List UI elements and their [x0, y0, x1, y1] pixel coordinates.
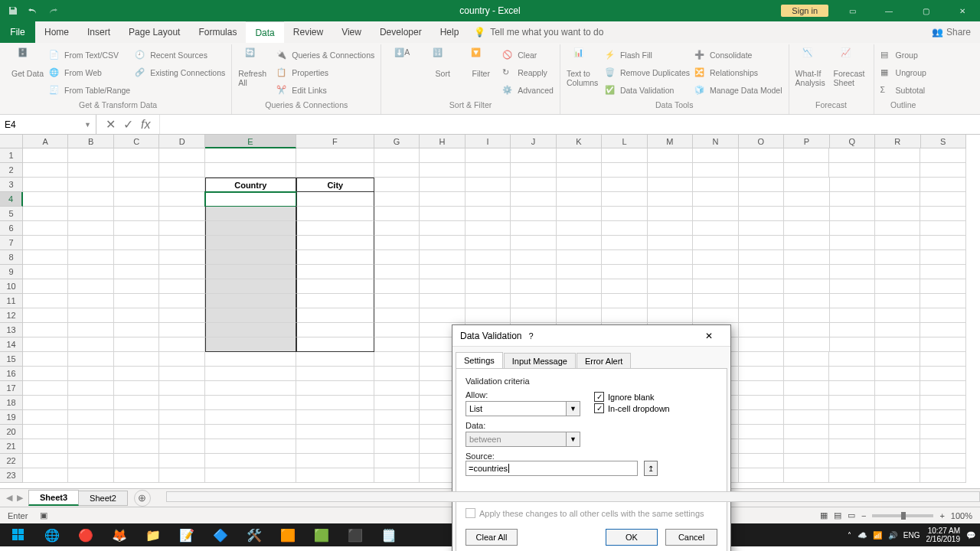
cell-B22[interactable] [68, 454, 113, 468]
cell-J7[interactable] [511, 236, 556, 250]
help-icon[interactable]: ? [522, 331, 541, 341]
cell-R17[interactable] [875, 381, 920, 396]
tab-review[interactable]: Review [284, 21, 332, 43]
cell-A19[interactable] [23, 410, 68, 425]
column-header-S[interactable]: S [921, 135, 966, 148]
column-header-A[interactable]: A [23, 135, 68, 148]
row-header-9[interactable]: 9 [0, 265, 23, 279]
column-header-J[interactable]: J [511, 135, 556, 148]
cell-C13[interactable] [114, 323, 159, 337]
cell-F23[interactable] [296, 468, 374, 483]
cell-G21[interactable] [374, 439, 420, 454]
cell-H2[interactable] [420, 163, 465, 178]
whatif-button[interactable]: 📉What-If Analysis [795, 47, 829, 87]
cell-E7[interactable] [205, 236, 296, 250]
spreadsheet-grid[interactable]: ABCDEFGHIJKLMNOPQRS 12345678910111213141… [0, 135, 980, 488]
cell-Q15[interactable] [829, 352, 874, 367]
row-header-18[interactable]: 18 [0, 396, 23, 410]
powerpoint-icon[interactable]: 🟧 [271, 523, 305, 546]
advanced-button[interactable]: ⚙️Advanced [502, 83, 554, 98]
tab-home[interactable]: Home [35, 21, 78, 43]
recent-sources-button[interactable]: 🕘Recent Sources [135, 47, 225, 63]
cell-H11[interactable] [420, 294, 465, 308]
cell-P16[interactable] [784, 367, 829, 381]
cell-N1[interactable] [693, 148, 738, 163]
cell-D3[interactable] [159, 178, 204, 192]
cell-B9[interactable] [68, 265, 113, 279]
cell-R21[interactable] [875, 439, 920, 454]
cell-D22[interactable] [159, 454, 204, 468]
cell-D18[interactable] [159, 396, 204, 410]
cell-A23[interactable] [23, 468, 68, 483]
chrome-icon[interactable]: 🔴 [69, 523, 103, 546]
tab-data[interactable]: Data [246, 21, 283, 43]
cell-E21[interactable] [205, 439, 296, 454]
cell-L2[interactable] [602, 163, 647, 178]
row-header-13[interactable]: 13 [0, 323, 23, 337]
cell-O18[interactable] [739, 396, 784, 410]
cell-C20[interactable] [114, 425, 159, 439]
cell-E6[interactable] [205, 221, 296, 236]
explorer-icon[interactable]: 📁 [136, 523, 170, 546]
formula-input[interactable] [160, 115, 980, 134]
get-data-button[interactable]: 🗄️Get Data [11, 47, 44, 78]
cell-C12[interactable] [114, 308, 159, 323]
cell-Q20[interactable] [829, 425, 874, 439]
cell-Q6[interactable] [830, 221, 875, 236]
cell-S19[interactable] [920, 410, 965, 425]
cell-S4[interactable] [920, 192, 965, 207]
next-sheet-icon[interactable]: ▶ [17, 493, 23, 503]
cell-O11[interactable] [739, 294, 784, 308]
cell-H8[interactable] [420, 250, 465, 265]
cell-N3[interactable] [693, 178, 738, 192]
cell-E11[interactable] [205, 294, 296, 308]
cell-Q10[interactable] [830, 279, 875, 294]
cell-J12[interactable] [511, 308, 556, 323]
cell-C7[interactable] [114, 236, 159, 250]
dialog-tab-input-message[interactable]: Input Message [504, 353, 576, 369]
cell-S10[interactable] [920, 279, 965, 294]
cell-J9[interactable] [511, 265, 556, 279]
row-header-14[interactable]: 14 [0, 337, 23, 352]
cell-Q11[interactable] [830, 294, 875, 308]
cell-L5[interactable] [602, 207, 647, 221]
tab-formulas[interactable]: Formulas [189, 21, 246, 43]
dialog-close-button[interactable]: ✕ [695, 331, 723, 341]
tab-page-layout[interactable]: Page Layout [119, 21, 189, 43]
cell-O20[interactable] [739, 425, 784, 439]
cell-F8[interactable] [296, 250, 374, 265]
data-validation-button[interactable]: ✅Data Validation [605, 83, 690, 98]
cell-R6[interactable] [875, 221, 920, 236]
cell-Q4[interactable] [830, 192, 875, 207]
cell-A8[interactable] [23, 250, 68, 265]
row-header-5[interactable]: 5 [0, 207, 23, 221]
cell-F4[interactable] [296, 192, 374, 207]
cell-C21[interactable] [114, 439, 159, 454]
share-button[interactable]: 👥 Share [923, 21, 980, 43]
cell-C23[interactable] [114, 468, 159, 483]
cell-O2[interactable] [739, 163, 784, 178]
source-input[interactable]: =countries [466, 461, 638, 476]
close-icon[interactable]: ✕ [945, 0, 980, 21]
cell-R11[interactable] [875, 294, 920, 308]
range-picker-button[interactable]: ↥ [644, 461, 658, 476]
cell-F11[interactable] [296, 294, 374, 308]
maximize-icon[interactable]: ▢ [908, 0, 943, 21]
cell-I12[interactable] [466, 308, 511, 323]
minimize-icon[interactable]: — [871, 0, 906, 21]
cell-E9[interactable] [205, 265, 296, 279]
cell-B16[interactable] [68, 367, 113, 381]
enter-edit-icon[interactable]: ✓ [123, 117, 133, 132]
cell-K4[interactable] [557, 192, 602, 207]
cell-K8[interactable] [557, 250, 602, 265]
row-header-21[interactable]: 21 [0, 439, 23, 454]
cell-B14[interactable] [68, 337, 113, 352]
cell-I9[interactable] [466, 265, 511, 279]
zoom-out-button[interactable]: − [861, 511, 866, 520]
cell-E19[interactable] [205, 410, 296, 425]
cell-K7[interactable] [557, 236, 602, 250]
cell-A12[interactable] [23, 308, 68, 323]
cell-S6[interactable] [920, 221, 965, 236]
cell-O7[interactable] [739, 236, 784, 250]
zoom-slider[interactable] [872, 514, 933, 517]
